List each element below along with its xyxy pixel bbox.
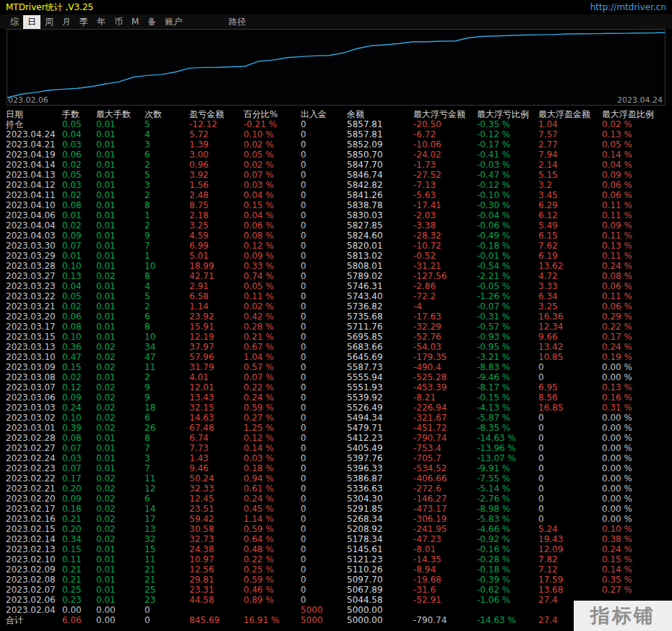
table-cell: -47.23 [413, 534, 477, 544]
table-cell: 12.01 [189, 382, 244, 392]
table-row: 2023.02.230.070.0179.460.18 %05396.33-53… [6, 463, 672, 473]
table-cell: 29.81 [189, 575, 244, 585]
table-cell: 0.09 [62, 494, 96, 504]
table-cell: 32 [145, 534, 189, 544]
table-cell: 0.21 [62, 565, 96, 575]
table-cell: 32.73 [189, 534, 244, 544]
table-cell: 0.13 % [602, 382, 667, 392]
table-cell: 0 [301, 281, 347, 291]
table-cell: 2023.02.23 [6, 463, 62, 473]
table-cell: 23.51 [189, 504, 244, 514]
table-cell: 0.96 [189, 160, 244, 170]
menu-item-备[interactable]: 备 [143, 15, 160, 29]
table-cell: 2023.03.03 [6, 403, 62, 413]
table-cell: 2023.03.30 [6, 241, 62, 251]
table-row: 2023.03.080.020.0124.010.07 %05555.94-52… [6, 372, 672, 382]
table-cell: 10.85 [538, 352, 602, 362]
table-cell: -2.03 [413, 210, 477, 220]
menu-item-账户[interactable]: 账户 [160, 15, 186, 29]
table-cell: 5846.74 [347, 170, 413, 180]
table-cell: 0 [538, 504, 602, 514]
table-cell: 11 [145, 554, 189, 565]
table-cell: 0.00 % [602, 463, 667, 473]
table-cell: 6 [145, 494, 189, 504]
menu-item-季[interactable]: 季 [75, 15, 92, 29]
table-cell: 0.24 % [244, 494, 301, 504]
table-cell: 6.12 [538, 210, 602, 220]
table-row: 2023.03.100.470.024757.961.04 %05645.69-… [6, 352, 672, 362]
header-cell: 最大浮亏比例 [477, 109, 538, 119]
table-cell: 8.75 [189, 200, 244, 210]
table-cell: 0.20 [62, 484, 96, 494]
table-cell: 5695.85 [347, 332, 413, 342]
table-cell: 0.21 [62, 575, 96, 585]
equity-curve-svg [7, 30, 665, 102]
menu-item-年[interactable]: 年 [92, 15, 110, 29]
table-cell: -453.39 [413, 382, 477, 392]
table-cell: 11 [145, 362, 189, 372]
table-cell: 0.06 % [602, 190, 667, 200]
table-row: 2023.02.100.110.011110.970.22 %05121.23-… [6, 554, 672, 565]
table-cell: 2023.02.24 [6, 453, 62, 463]
table-cell: 0.01 [96, 220, 145, 231]
table-cell: 0.09 % [244, 251, 301, 261]
table-cell: 17 [145, 514, 189, 524]
table-cell: 0.13 % [602, 129, 667, 139]
table-cell: -790.74 [413, 615, 477, 625]
menu-item-周[interactable]: 周 [40, 15, 58, 29]
table-cell: 0.08 % [602, 271, 667, 281]
menu-item-路径[interactable]: 路径 [224, 15, 250, 29]
table-cell: 3.92 [189, 170, 244, 180]
table-cell: 0.31 % [602, 403, 667, 413]
table-cell: 2023.02.13 [6, 544, 62, 554]
table-cell: -4 [413, 301, 477, 312]
menu-item-月[interactable]: 月 [58, 15, 75, 29]
table-cell: 2023.02.15 [6, 524, 62, 534]
menu-item-M[interactable]: M [127, 16, 143, 27]
table-cell: 0.22 % [244, 554, 301, 565]
table-cell: 3.25 [538, 301, 602, 312]
table-cell: 0 [301, 231, 347, 241]
table-row: 2023.02.150.200.021330.580.59 %05208.92-… [6, 524, 672, 534]
table-cell: -27.52 [413, 170, 477, 180]
table-cell: 0 [301, 443, 347, 453]
table-cell: 0 [301, 514, 347, 524]
menu-item-日[interactable]: 日 [23, 15, 40, 29]
table-cell: 0.01 [96, 443, 145, 453]
table-cell: 23.31 [189, 585, 244, 595]
table-cell: 0.01 [96, 312, 145, 322]
table-cell: 0.11 % [244, 291, 301, 301]
table-cell: 1.04 % [244, 352, 301, 362]
watermark-text: 指标铺 [590, 603, 655, 629]
table-cell: 0.00 % [602, 514, 667, 524]
table-cell: 0.09 % [602, 170, 667, 180]
table-cell: 5.01 [189, 251, 244, 261]
table-cell: 0.00 % [602, 413, 667, 423]
table-cell: 6.34 [538, 291, 602, 301]
table-cell: 2023.03.22 [6, 291, 62, 301]
table-cell: 0.19 % [602, 352, 667, 362]
table-cell: 0 [301, 494, 347, 504]
table-cell: 5412.23 [347, 433, 413, 443]
table-cell: 0.33 % [244, 261, 301, 271]
menu-item-综[interactable]: 综 [6, 15, 23, 29]
table-row: 2023.04.240.040.0145.720.10 %05857.81-6.… [6, 129, 672, 139]
table-cell: 2023.03.02 [6, 413, 62, 423]
table-cell: 10 [145, 261, 189, 271]
table-cell: 5494.34 [347, 413, 413, 423]
table-cell: 0.01 [96, 210, 145, 220]
app-url-link[interactable]: http://mtdriver.cn [590, 2, 666, 12]
table-cell: -473.17 [413, 504, 477, 514]
table-cell: 0.11 % [602, 231, 667, 241]
table-cell: 0.14 % [244, 443, 301, 453]
table-cell: 0.06 % [602, 180, 667, 190]
table-cell [413, 605, 477, 615]
table-cell: 0.01 [96, 554, 145, 565]
table-cell: -8.17 % [477, 382, 538, 392]
menu-item-币[interactable]: 币 [110, 15, 127, 29]
table-cell: 2023.02.16 [6, 514, 62, 524]
table-row: 2023.03.030.240.021832.150.59 %05526.49-… [6, 403, 672, 413]
table-cell: 4.72 [538, 271, 602, 281]
table-cell: 15 [145, 544, 189, 554]
table-cell: 16.85 [538, 403, 602, 413]
